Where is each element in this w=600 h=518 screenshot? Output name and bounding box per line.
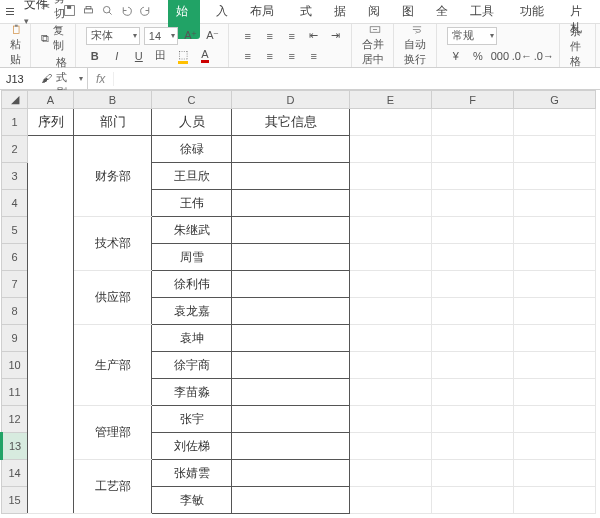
font-color-button[interactable]: A [196, 47, 214, 65]
cell-D2[interactable] [232, 136, 350, 163]
cell-C10[interactable]: 徐宇商 [152, 352, 232, 379]
cell-C1[interactable]: 人员 [152, 109, 232, 136]
cut-icon[interactable]: ✂ [41, 0, 50, 13]
cell-F3[interactable] [432, 163, 514, 190]
cell-D8[interactable] [232, 298, 350, 325]
cell-D13[interactable] [232, 433, 350, 460]
fx-icon[interactable]: fx [88, 72, 114, 86]
col-G[interactable]: G [514, 91, 596, 109]
cell-B-craft[interactable]: 工艺部 [74, 460, 152, 514]
row-1[interactable]: 1 [2, 109, 28, 136]
border-button[interactable]: 田 [152, 47, 170, 65]
cell-G3[interactable] [514, 163, 596, 190]
cell-E11[interactable] [350, 379, 432, 406]
cell-A1[interactable]: 序列 [28, 109, 74, 136]
row-2[interactable]: 2 [2, 136, 28, 163]
justify-icon[interactable]: ≡ [305, 47, 323, 65]
cell-G5[interactable] [514, 217, 596, 244]
number-format-select[interactable]: 常规▾ [447, 27, 497, 45]
cell-D11[interactable] [232, 379, 350, 406]
row-12[interactable]: 12 [2, 406, 28, 433]
col-B[interactable]: B [74, 91, 152, 109]
align-bottom-icon[interactable]: ≡ [283, 27, 301, 45]
cell-D6[interactable] [232, 244, 350, 271]
cell-G15[interactable] [514, 487, 596, 514]
cell-E14[interactable] [350, 460, 432, 487]
print-icon[interactable] [82, 4, 95, 20]
decimal-inc-icon[interactable]: .0← [513, 47, 531, 65]
cell-G11[interactable] [514, 379, 596, 406]
copy-label[interactable]: 复制 [53, 23, 69, 53]
row-13[interactable]: 13 [2, 433, 28, 460]
cell-C2[interactable]: 徐碌 [152, 136, 232, 163]
underline-button[interactable]: U [130, 47, 148, 65]
row-3[interactable]: 3 [2, 163, 28, 190]
preview-icon[interactable] [101, 4, 114, 20]
cell-G12[interactable] [514, 406, 596, 433]
cell-F12[interactable] [432, 406, 514, 433]
align-middle-icon[interactable]: ≡ [261, 27, 279, 45]
align-center-icon[interactable]: ≡ [261, 47, 279, 65]
cell-E7[interactable] [350, 271, 432, 298]
cell-F4[interactable] [432, 190, 514, 217]
cell-D12[interactable] [232, 406, 350, 433]
cell-G4[interactable] [514, 190, 596, 217]
cell-G2[interactable] [514, 136, 596, 163]
row-9[interactable]: 9 [2, 325, 28, 352]
redo-icon[interactable] [139, 4, 152, 20]
cell-B1[interactable]: 部门 [74, 109, 152, 136]
cell-C12[interactable]: 张宇 [152, 406, 232, 433]
cell-E13[interactable] [350, 433, 432, 460]
cell-G9[interactable] [514, 325, 596, 352]
cut-label[interactable]: 剪切 [54, 0, 69, 21]
cell-F13[interactable] [432, 433, 514, 460]
bold-button[interactable]: B [86, 47, 104, 65]
font-select[interactable]: 宋体▾ [86, 27, 140, 45]
cell-C4[interactable]: 王伟 [152, 190, 232, 217]
cell-G8[interactable] [514, 298, 596, 325]
indent-increase-icon[interactable]: ⇥ [327, 27, 345, 45]
row-7[interactable]: 7 [2, 271, 28, 298]
cell-E1[interactable] [350, 109, 432, 136]
cell-D15[interactable] [232, 487, 350, 514]
cell-C8[interactable]: 袁龙嘉 [152, 298, 232, 325]
col-A[interactable]: A [28, 91, 74, 109]
cell-C3[interactable]: 王旦欣 [152, 163, 232, 190]
col-D[interactable]: D [232, 91, 350, 109]
cell-B-prod[interactable]: 生产部 [74, 325, 152, 406]
align-left-icon[interactable]: ≡ [239, 47, 257, 65]
cell-F10[interactable] [432, 352, 514, 379]
percent-icon[interactable]: % [469, 47, 487, 65]
cell-E4[interactable] [350, 190, 432, 217]
indent-decrease-icon[interactable]: ⇤ [305, 27, 323, 45]
cell-D4[interactable] [232, 190, 350, 217]
cell-D9[interactable] [232, 325, 350, 352]
cell-C11[interactable]: 李苗淼 [152, 379, 232, 406]
decrease-font-icon[interactable]: A⁻ [204, 27, 222, 45]
cell-B-supply[interactable]: 供应部 [74, 271, 152, 325]
row-10[interactable]: 10 [2, 352, 28, 379]
cell-E9[interactable] [350, 325, 432, 352]
decimal-dec-icon[interactable]: .0→ [535, 47, 553, 65]
cell-C9[interactable]: 袁坤 [152, 325, 232, 352]
cell-D1[interactable]: 其它信息 [232, 109, 350, 136]
cell-E8[interactable] [350, 298, 432, 325]
cell-G7[interactable] [514, 271, 596, 298]
row-14[interactable]: 14 [2, 460, 28, 487]
cell-F15[interactable] [432, 487, 514, 514]
cell-E6[interactable] [350, 244, 432, 271]
hamburger-icon[interactable] [4, 6, 16, 17]
cell-C13[interactable]: 刘佐梯 [152, 433, 232, 460]
row-4[interactable]: 4 [2, 190, 28, 217]
cell-B-fin[interactable]: 财务部 [74, 136, 152, 217]
cell-E5[interactable] [350, 217, 432, 244]
cell-F1[interactable] [432, 109, 514, 136]
align-top-icon[interactable]: ≡ [239, 27, 257, 45]
increase-font-icon[interactable]: A⁺ [182, 27, 200, 45]
cell-E3[interactable] [350, 163, 432, 190]
cell-D5[interactable] [232, 217, 350, 244]
merge-icon[interactable] [368, 24, 382, 35]
cell-C14[interactable]: 张婧雲 [152, 460, 232, 487]
wrap-icon[interactable] [410, 24, 424, 35]
cell-C5[interactable]: 朱继武 [152, 217, 232, 244]
